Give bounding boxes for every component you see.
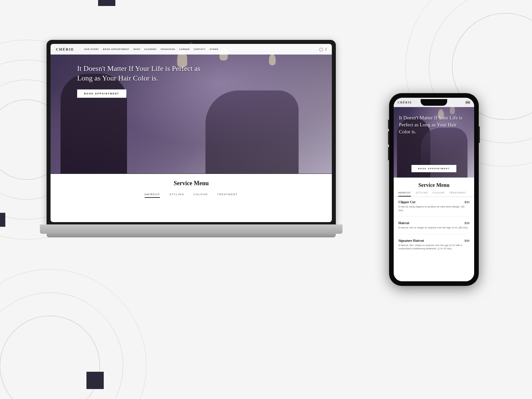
phone-tab-treatment[interactable]: TREATMENT: [449, 192, 466, 197]
phone-tab-colour[interactable]: COLOUR: [433, 192, 445, 197]
laptop-nav-logo: CHÉRIE: [56, 47, 74, 51]
phone-service-price-signature: $49: [465, 239, 469, 242]
phone-service-name-haircut: Haircut: [398, 221, 409, 225]
laptop-screen: CHÉRIE OUR STORY BOOK APPOINTMENT SHOP A…: [51, 44, 332, 222]
phone-service-name-signature: Signature Haircut: [398, 239, 424, 242]
laptop-service-tabs: HAIRCUT STYLING COLOUR TREATMENT: [145, 193, 238, 198]
phone-hero: It Doesn't Matter If Your Life is Perfec…: [394, 98, 474, 178]
phone-service-section: Service Menu HAIRCUT STYLING COLOUR TREA…: [394, 178, 474, 281]
laptop-nav-academy[interactable]: ACADEMY: [144, 48, 157, 50]
laptop-tab-haircut[interactable]: HAIRCUT: [145, 193, 160, 198]
phone-body: CHÉRIE It: [389, 93, 479, 286]
phone-lamp-2: [450, 106, 455, 114]
phone-service-header-signature: Signature Haircut $49: [398, 239, 469, 242]
laptop-bottom-edge: [47, 232, 336, 237]
laptop-nav-contact[interactable]: CONTACT: [194, 48, 206, 50]
laptop-screen-bezel: CHÉRIE OUR STORY BOOK APPOINTMENT SHOP A…: [47, 40, 336, 226]
laptop-tab-styling[interactable]: STYLING: [169, 193, 184, 198]
laptop-nav: CHÉRIE OUR STORY BOOK APPOINTMENT SHOP A…: [51, 44, 332, 55]
laptop-nav-our-story[interactable]: OUR STORY: [84, 48, 99, 50]
phone-hero-text: It Doesn't Matter If Your Life is Perfec…: [399, 114, 469, 135]
laptop-nav-career[interactable]: CAREER: [179, 48, 190, 50]
phone-device: CHÉRIE It: [389, 93, 479, 286]
phone-service-header-clipper: Clipper Cut $30: [398, 200, 469, 204]
phone-service-name-clipper: Clipper Cut: [398, 200, 415, 204]
hamburger-menu-icon[interactable]: [466, 101, 470, 104]
phone-nav-logo: CHÉRIE: [398, 101, 412, 104]
phone-service-title: Service Menu: [394, 182, 474, 188]
phone-service-desc-signature: A haircut, trim, shape on anyone over th…: [398, 244, 469, 251]
phone-hero-title: It Doesn't Matter If Your Life is Perfec…: [399, 114, 469, 135]
instagram-icon[interactable]: ◯: [319, 48, 323, 51]
phone-service-list: Clipper Cut $30 A haircut using clippers…: [394, 197, 474, 255]
laptop-tab-colour[interactable]: COLOUR: [194, 193, 208, 198]
deco-square-4: [86, 372, 104, 389]
laptop-hero-text: It Doesn't Matter If Your Life is Perfec…: [77, 64, 217, 98]
laptop-nav-book[interactable]: BOOK APPOINTMENT: [103, 48, 129, 50]
laptop-nav-icons: ◯ f: [319, 48, 327, 51]
phone-service-item-signature: Signature Haircut $49 A haircut, trim, s…: [398, 239, 469, 255]
phone-book-button[interactable]: BOOK APPOINTMENT: [411, 165, 456, 172]
phone-screen: CHÉRIE It: [394, 98, 474, 281]
phone-notch: [421, 99, 447, 106]
phone-service-price-clipper: $30: [465, 200, 469, 204]
deco-square-3: [0, 213, 5, 227]
laptop-hero-title: It Doesn't Matter If Your Life is Perfec…: [77, 64, 217, 83]
phone-tab-styling[interactable]: STYLING: [416, 192, 428, 197]
laptop-book-button[interactable]: BOOK APPOINTMENT: [77, 89, 126, 98]
laptop-hero: It Doesn't Matter If Your Life is Perfec…: [51, 44, 332, 174]
phone-service-price-haircut: $39: [465, 221, 469, 225]
laptop-nav-other[interactable]: OTHER: [209, 48, 218, 50]
lamp-3: [269, 54, 276, 66]
main-scene: CHÉRIE OUR STORY BOOK APPOINTMENT SHOP A…: [47, 20, 479, 369]
phone-service-desc-clipper: A haircut using clippers to achieve an u…: [398, 205, 469, 212]
laptop-nav-franchise[interactable]: FRANCHISE: [161, 48, 175, 50]
deco-square-1: [98, 0, 115, 6]
laptop-device: CHÉRIE OUR STORY BOOK APPOINTMENT SHOP A…: [47, 40, 336, 253]
phone-tab-haircut[interactable]: HAIRCUT: [398, 192, 411, 197]
facebook-icon[interactable]: f: [326, 48, 327, 51]
phone-service-desc-haircut: A haircut, trim or shape on anyone over …: [398, 226, 469, 230]
phone-service-item-clipper: Clipper Cut $30 A haircut using clippers…: [398, 200, 469, 216]
laptop-service-section: Service Menu HAIRCUT STYLING COLOUR TREA…: [51, 174, 332, 222]
laptop-nav-links: OUR STORY BOOK APPOINTMENT SHOP ACADEMY …: [84, 48, 218, 50]
laptop-service-title: Service Menu: [174, 180, 208, 187]
phone-service-tabs: HAIRCUT STYLING COLOUR TREATMENT: [394, 192, 474, 197]
person-silhouette-2: [205, 90, 299, 174]
laptop-nav-shop[interactable]: SHOP: [133, 48, 140, 50]
phone-service-item-haircut: Haircut $39 A haircut, trim or shape on …: [398, 221, 469, 234]
laptop-tab-treatment[interactable]: TREATMENT: [217, 193, 238, 198]
phone-service-header-haircut: Haircut $39: [398, 221, 469, 225]
